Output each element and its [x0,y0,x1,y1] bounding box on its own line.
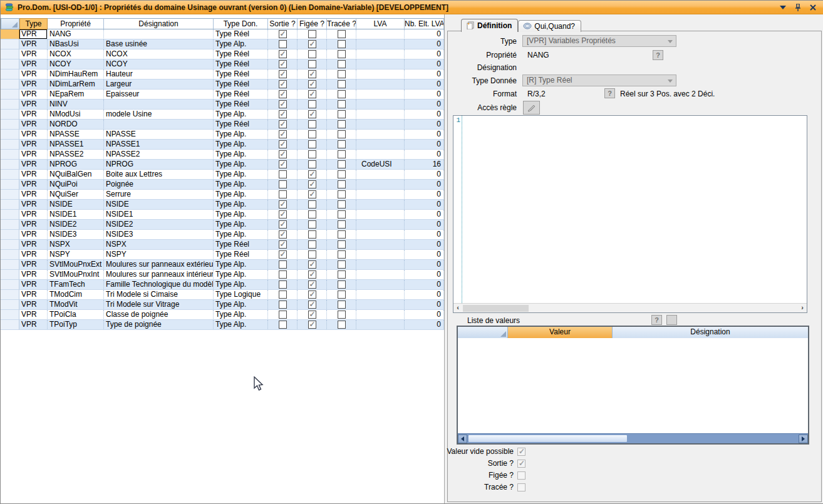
cell-designation[interactable]: Epaisseur [104,90,214,100]
checkbox-tracee-cell[interactable] [327,29,356,39]
column-header-figee[interactable]: Figée ? [298,18,327,29]
row-selector[interactable] [1,320,19,330]
cell-propriete[interactable]: SVtlMouPnxExt [48,260,104,270]
checkbox-tracee[interactable] [338,321,346,329]
table-row[interactable]: VPRNSPYNSPYType Réel0 [1,250,444,260]
checkbox-sortie-cell[interactable] [268,130,298,140]
checkbox-sortie[interactable] [279,220,287,229]
checkbox-figee-cell[interactable] [298,220,327,230]
cell-designation[interactable]: NPROG [104,160,214,170]
row-selector[interactable] [1,120,19,130]
cell-lva[interactable] [356,170,405,180]
checkbox-sortie[interactable] [279,301,287,309]
cell-type-don[interactable]: Type Réel [214,49,268,59]
checkbox-sortie[interactable] [279,250,287,259]
checkbox-sortie-cell[interactable] [268,150,298,160]
checkbox-sortie-cell[interactable] [268,90,298,100]
editor-hscrollbar-thumb[interactable] [463,305,529,312]
cell-type-don[interactable]: Type Alp. [214,270,268,280]
cell-designation[interactable] [104,120,214,130]
cell-nb-elt-lva[interactable]: 0 [405,320,444,330]
valeur-vide-possible-checkbox[interactable] [517,448,525,456]
cell-type[interactable]: VPR [19,310,48,320]
checkbox-figee[interactable] [308,260,316,269]
row-selector[interactable] [1,180,19,190]
cell-type[interactable]: VPR [19,160,48,170]
table-row[interactable]: VPRNINVType Réel0 [1,100,444,110]
checkbox-figee-cell[interactable] [298,260,327,270]
scroll-left-icon[interactable] [458,435,467,443]
checkbox-tracee-cell[interactable] [327,310,356,320]
window-menu-button[interactable] [779,3,787,12]
format-help-button[interactable]: ? [604,88,615,98]
checkbox-tracee-cell[interactable] [327,260,356,270]
checkbox-tracee-cell[interactable] [327,120,356,130]
cell-lva[interactable] [356,110,405,120]
checkbox-tracee-cell[interactable] [327,220,356,230]
checkbox-tracee-cell[interactable] [327,270,356,280]
checkbox-tracee[interactable] [338,150,346,158]
cell-designation[interactable]: Moulures sur panneaux intérieures [104,270,214,280]
cell-propriete[interactable]: NSIDE [48,200,104,210]
cell-type[interactable]: VPR [19,320,48,330]
row-selector[interactable] [1,210,19,220]
cell-propriete[interactable]: NSIDE2 [48,220,104,230]
cell-lva[interactable] [356,220,405,230]
checkbox-figee-cell[interactable] [298,49,327,59]
cell-propriete[interactable]: NINV [48,100,104,110]
cell-designation[interactable]: NSPY [104,250,214,260]
liste-hscrollbar[interactable] [458,433,808,443]
cell-designation[interactable]: NPASSE [104,130,214,140]
cell-nb-elt-lva[interactable]: 0 [405,260,444,270]
checkbox-tracee-cell[interactable] [327,240,356,250]
liste-column-designation[interactable]: Désignation [613,327,808,338]
table-row[interactable]: VPRNSIDE3NSIDE3Type Alp.0 [1,230,444,240]
cell-type[interactable]: VPR [19,210,48,220]
checkbox-tracee[interactable] [338,311,346,319]
checkbox-sortie-cell[interactable] [268,170,298,180]
cell-propriete[interactable]: NPASSE [48,130,104,140]
cell-type[interactable]: VPR [19,140,48,150]
table-row[interactable]: VPRTModCimTri Modele si CimaiseType Logi… [1,290,444,300]
row-selector[interactable] [1,220,19,230]
table-row[interactable]: VPRNSIDENSIDEType Alp.0 [1,200,444,210]
checkbox-sortie[interactable] [279,50,287,58]
checkbox-figee-cell[interactable] [298,310,327,320]
cell-type-don[interactable]: Type Réel [214,29,268,39]
row-selector[interactable] [1,260,19,270]
checkbox-figee[interactable] [308,120,316,128]
checkbox-figee-cell[interactable] [298,80,327,90]
checkbox-sortie[interactable] [279,270,287,279]
cell-lva[interactable] [356,210,405,220]
cell-type[interactable]: VPR [19,280,48,290]
checkbox-tracee-cell[interactable] [327,280,356,290]
checkbox-tracee[interactable] [338,110,346,118]
checkbox-tracee[interactable] [338,230,346,239]
cell-propriete[interactable]: NCOX [48,49,104,59]
checkbox-tracee[interactable] [338,130,346,138]
table-row[interactable]: VPRNPASSE1NPASSE1Type Alp.0 [1,140,444,150]
cell-designation[interactable]: NSIDE3 [104,230,214,240]
checkbox-figee-cell[interactable] [298,230,327,240]
cell-type-don[interactable]: Type Réel [214,250,268,260]
checkbox-sortie-cell[interactable] [268,320,298,330]
table-row[interactable]: VPRNPASSENPASSEType Alp.0 [1,130,444,140]
cell-nb-elt-lva[interactable]: 0 [405,39,444,49]
checkbox-tracee-cell[interactable] [327,100,356,110]
cell-type[interactable]: VPR [19,290,48,300]
row-selector[interactable] [1,150,19,160]
checkbox-figee[interactable] [308,170,316,178]
rule-editor-text[interactable] [462,116,807,303]
cell-nb-elt-lva[interactable]: 0 [405,120,444,130]
cell-type[interactable]: VPR [19,90,48,100]
checkbox-figee[interactable] [308,291,316,299]
cell-nb-elt-lva[interactable]: 0 [405,59,444,69]
checkbox-sortie[interactable] [279,311,287,319]
cell-nb-elt-lva[interactable]: 0 [405,290,444,300]
checkbox-figee-cell[interactable] [298,210,327,220]
liste-column-valeur[interactable]: Valeur [508,327,613,338]
checkbox-tracee-cell[interactable] [327,150,356,160]
checkbox-sortie[interactable] [279,60,287,68]
checkbox-sortie[interactable] [279,80,287,88]
checkbox-sortie[interactable] [279,110,287,118]
